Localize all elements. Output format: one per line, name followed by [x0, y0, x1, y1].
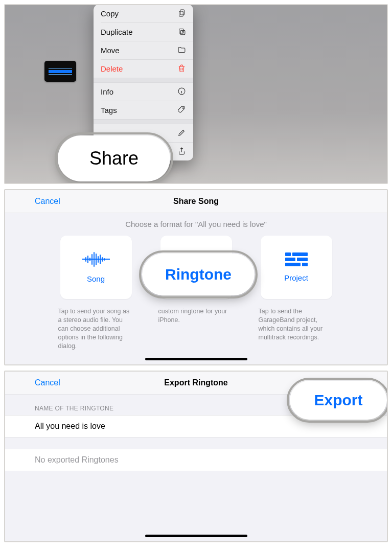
- menu-tags[interactable]: Tags: [94, 101, 193, 119]
- cancel-button[interactable]: Cancel: [35, 197, 60, 206]
- callout-label: Export: [314, 392, 362, 409]
- callout-ringtone: Ringtone: [142, 254, 255, 295]
- waveform-icon: [82, 252, 110, 267]
- menu-label: Move: [101, 46, 120, 55]
- multitrack-icon: [285, 252, 308, 266]
- menu-label: Duplicate: [101, 28, 133, 36]
- callout-export: Export: [290, 381, 387, 420]
- tag-icon: [177, 105, 186, 116]
- export-ringtone-screenshot: Cancel Export Ringtone NAME OF THE RINGT…: [4, 371, 388, 542]
- folder-icon: [177, 45, 186, 56]
- menu-label: Copy: [101, 9, 119, 18]
- menu-label: Tags: [101, 106, 117, 114]
- home-indicator: [145, 358, 247, 360]
- navbar: Cancel Share Song: [5, 190, 387, 213]
- trash-icon: [177, 64, 186, 74]
- card-description: custom ringtone for your iPhone.: [158, 307, 234, 325]
- track-thumbnail[interactable]: [44, 61, 76, 82]
- pencil-icon: [177, 128, 186, 139]
- card-project[interactable]: Project Tap to send the GarageBand proje…: [261, 236, 332, 350]
- copy-icon: [177, 9, 186, 19]
- home-indicator: [145, 535, 247, 537]
- menu-info[interactable]: Info: [94, 83, 193, 101]
- svg-rect-1: [179, 11, 183, 16]
- callout-label: Share: [89, 148, 139, 169]
- svg-rect-0: [180, 10, 184, 15]
- card-label: Song: [87, 274, 105, 283]
- menu-copy[interactable]: Copy: [94, 5, 193, 22]
- duplicate-icon: [177, 27, 186, 37]
- choose-format-label: Choose a format for "All you need is lov…: [5, 220, 387, 228]
- callout-share: Share: [58, 135, 170, 181]
- cancel-button[interactable]: Cancel: [35, 378, 60, 387]
- share-icon: [177, 147, 186, 157]
- empty-state: No exported Ringtones: [5, 449, 387, 471]
- callout-label: Ringtone: [165, 266, 232, 283]
- svg-point-5: [182, 107, 183, 108]
- info-icon: [177, 87, 186, 97]
- waveform-preview: [49, 70, 72, 73]
- svg-rect-2: [179, 29, 183, 33]
- card-label: Project: [284, 273, 308, 282]
- page-title: Export Ringtone: [164, 378, 227, 387]
- share-song-screenshot: Cancel Share Song Choose a format for "A…: [4, 189, 388, 365]
- menu-delete[interactable]: Delete: [94, 60, 193, 78]
- card-song[interactable]: Song Tap to send your song as a stereo a…: [60, 236, 132, 350]
- menu-label: Delete: [101, 64, 123, 73]
- menu-move[interactable]: Move: [94, 41, 193, 59]
- card-description: Tap to send the GarageBand project, whic…: [259, 307, 334, 342]
- menu-duplicate[interactable]: Duplicate: [94, 23, 193, 41]
- card-description: Tap to send your song as a stereo audio …: [58, 307, 134, 350]
- menu-label: Info: [101, 87, 113, 96]
- page-title: Share Song: [173, 197, 219, 206]
- context-menu-screenshot: Copy Duplicate Move Delete: [4, 4, 388, 184]
